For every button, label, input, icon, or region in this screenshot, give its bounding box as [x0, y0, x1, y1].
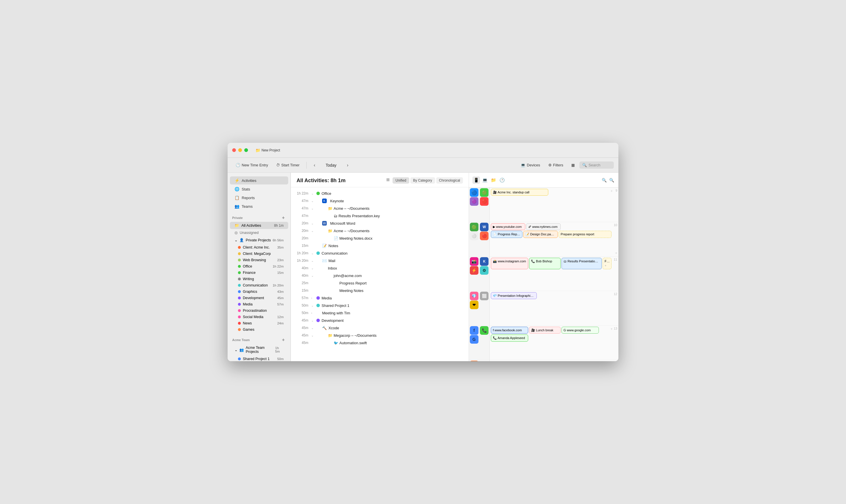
devices-icon: 💻	[521, 163, 525, 167]
sidebar-item-stats[interactable]: 🌐 Stats	[230, 185, 288, 193]
sidebar-project-media[interactable]: Media 57m	[233, 301, 288, 307]
activity-row[interactable]: 45m ⌄ 🔨 Xcode	[291, 324, 469, 331]
sidebar-project-office[interactable]: Office 1h 22m	[233, 263, 288, 270]
nav-next-button[interactable]: ›	[343, 161, 352, 169]
devices-button[interactable]: 💻 Devices	[517, 161, 543, 169]
sidebar-project-megacorp[interactable]: Client: MegaCorp	[233, 251, 288, 257]
sidebar-project-finance[interactable]: Finance 15m	[233, 270, 288, 276]
sidebar-project-news[interactable]: News 24m	[233, 320, 288, 326]
category-dot	[317, 319, 320, 322]
tl-block[interactable]: 🎥 Acme Inc. standup call	[491, 189, 548, 196]
activity-row[interactable]: 45m ⌄ Development	[291, 317, 469, 324]
project-dot	[238, 284, 241, 287]
view-by-category-button[interactable]: By Category	[410, 177, 435, 184]
app-icon: G	[470, 335, 479, 344]
sidebar-project-procrastination[interactable]: Procrastination	[233, 307, 288, 314]
close-button[interactable]	[232, 148, 236, 152]
view-chronological-button[interactable]: Chronological	[436, 177, 463, 184]
tl-block[interactable]: Prepare progress report	[559, 231, 612, 238]
add-entry-button[interactable]: +	[615, 251, 617, 255]
tl-row: 10 ▶ www.youtube.com 🗞 www.nytimes.com	[490, 222, 618, 257]
sidebar-project-writing[interactable]: Writing	[233, 276, 288, 282]
sidebar-project-games[interactable]: Games	[233, 326, 288, 333]
new-project-button[interactable]: 📁 New Project	[253, 146, 283, 154]
view-unified-button[interactable]: Unified	[393, 177, 409, 184]
word-file-icon: 📄	[334, 236, 338, 240]
sidebar-project-webbrowsing[interactable]: Web Browsing 23m	[233, 257, 288, 263]
tl-block[interactable]: 📄 Progress Report	[491, 231, 522, 238]
project-dot	[238, 252, 241, 255]
add-private-button[interactable]: +	[281, 215, 286, 220]
tl-block[interactable]: 📞 Bob Bishop	[529, 258, 561, 269]
project-dot	[238, 358, 241, 360]
zoom-out-button[interactable]: 🔍	[600, 177, 608, 184]
all-activities-item[interactable]: 📁 All Activities 8h 1m	[230, 222, 288, 229]
activity-row[interactable]: 1h 20m ⌄ ✉️ Mail	[291, 257, 469, 264]
activity-row[interactable]: 1h 20m ⌄ Communication	[291, 249, 469, 257]
sidebar-project-socialmedia[interactable]: Social Media 12m	[233, 314, 288, 320]
tl-block[interactable]: 📸 www.instagram.com	[491, 258, 528, 269]
sidebar-project-development[interactable]: Development 45m	[233, 295, 288, 301]
folder-view-icon[interactable]: 📁	[490, 176, 497, 184]
filters-button[interactable]: ⚙ Filters	[545, 161, 567, 169]
clock-view-icon[interactable]: 🕐	[498, 176, 506, 184]
activity-row[interactable]: 45m ⌄ 📁 Megacorp – ~/Documents	[291, 331, 469, 339]
timeline-content[interactable]: 🔵 🟣 🟢 🔴 🟢	[469, 187, 618, 361]
folder-icon: 📁	[328, 333, 332, 338]
activity-row[interactable]: 15m Meeting Notes	[291, 287, 469, 294]
activity-row[interactable]: 45m 🐦 Automation.swift	[291, 339, 469, 346]
add-entry-button[interactable]: +	[610, 327, 613, 331]
add-entry-button[interactable]: +	[605, 264, 610, 268]
add-acme-button[interactable]: +	[281, 337, 286, 343]
activity-row[interactable]: 47m 🗂 Results Presentation.key	[291, 212, 469, 219]
acme-projects-header[interactable]: ⌄ 👥 Acme Team Projects 1h 5m	[230, 344, 288, 355]
sidebar-item-activities[interactable]: ⚡ Activities	[230, 176, 288, 184]
zoom-in-button[interactable]: 🔍	[608, 177, 615, 184]
tl-block[interactable]: 📞 Amanda Appleseed	[491, 335, 528, 341]
unassigned-item[interactable]: ◎ Unassigned	[230, 229, 288, 236]
activity-row[interactable]: 25m Progress Report	[291, 279, 469, 287]
tl-block[interactable]: 🗂 Results Presentation.key	[561, 258, 602, 269]
tl-block[interactable]: ▶ www.youtube.com	[491, 223, 525, 230]
search-box[interactable]: 🔍 Search	[579, 161, 614, 169]
layout-button[interactable]: ▦	[568, 161, 578, 169]
sidebar-project-communication[interactable]: Communication 1h 20m	[233, 282, 288, 288]
tl-block[interactable]: 📝 Design Doc.pages	[523, 231, 558, 238]
sidebar-item-reports[interactable]: 📋 Reports	[230, 194, 288, 202]
activity-row[interactable]: 57m › Media	[291, 294, 469, 302]
phone-view-icon[interactable]: 📱	[472, 176, 480, 184]
tl-strip-row: f G 📞	[469, 326, 489, 360]
activity-row[interactable]: 20m 📄 Meeting Notes.docx	[291, 234, 469, 242]
activity-row[interactable]: 50m › Meeting with Tim	[291, 309, 469, 317]
add-entry-button[interactable]: +	[610, 189, 613, 193]
tl-block[interactable]: 🗞 www.nytimes.com	[526, 223, 561, 230]
fullscreen-button[interactable]	[244, 148, 248, 152]
team-icon: 👥	[239, 348, 244, 352]
new-time-entry-button[interactable]: 🕐 New Time Entry	[232, 161, 272, 169]
sidebar-project-graphics[interactable]: Graphics 43m	[233, 288, 288, 295]
sidebar-item-teams[interactable]: 👥 Teams	[230, 202, 288, 210]
computer-view-icon[interactable]: 💻	[481, 176, 488, 184]
category-dot	[317, 251, 320, 255]
tl-block[interactable]: f www.facebook.com	[491, 327, 528, 334]
activity-row[interactable]: 20m ⌄ W Microsoft Word	[291, 219, 469, 227]
sidebar-acme-project-1[interactable]: Shared Project 1 50m	[233, 356, 288, 361]
activity-row[interactable]: 47m ⌄ 📁 Acme – ~/Documents	[291, 204, 469, 212]
tl-block[interactable]: 🎥 Lunch break	[529, 327, 561, 334]
nav-prev-button[interactable]: ‹	[310, 161, 319, 169]
activity-row[interactable]: 50m ⌄ Shared Project 1	[291, 302, 469, 309]
activity-row[interactable]: 40m ⌄ Inbox	[291, 264, 469, 272]
minimize-button[interactable]	[238, 148, 242, 152]
sidebar-project-acme[interactable]: Client: Acme Inc. 35m	[233, 244, 288, 251]
tl-block[interactable]: 💎 Presentation Infographic.sketch	[491, 292, 537, 299]
activity-row[interactable]: 15m 📝 Notes	[291, 242, 469, 249]
tl-block[interactable]: Finish presentation +	[602, 258, 612, 269]
tl-block[interactable]: G www.google.com	[561, 327, 599, 334]
activity-row[interactable]: 20m ⌄ 📁 Acme – ~/Documents	[291, 227, 469, 234]
start-timer-button[interactable]: ⏱ Start Timer	[273, 161, 303, 169]
private-projects-header[interactable]: ⌄ 👤 Private Projects 6h 56m	[230, 236, 288, 244]
activity-list: 1h 22m ⌄ Office 47m ⌄ K Keynote	[291, 187, 469, 361]
activity-row[interactable]: 1h 22m ⌄ Office	[291, 190, 469, 197]
activity-row[interactable]: 47m ⌄ K Keynote	[291, 197, 469, 204]
activity-row[interactable]: 40m ⌄ john@acme.com	[291, 272, 469, 279]
